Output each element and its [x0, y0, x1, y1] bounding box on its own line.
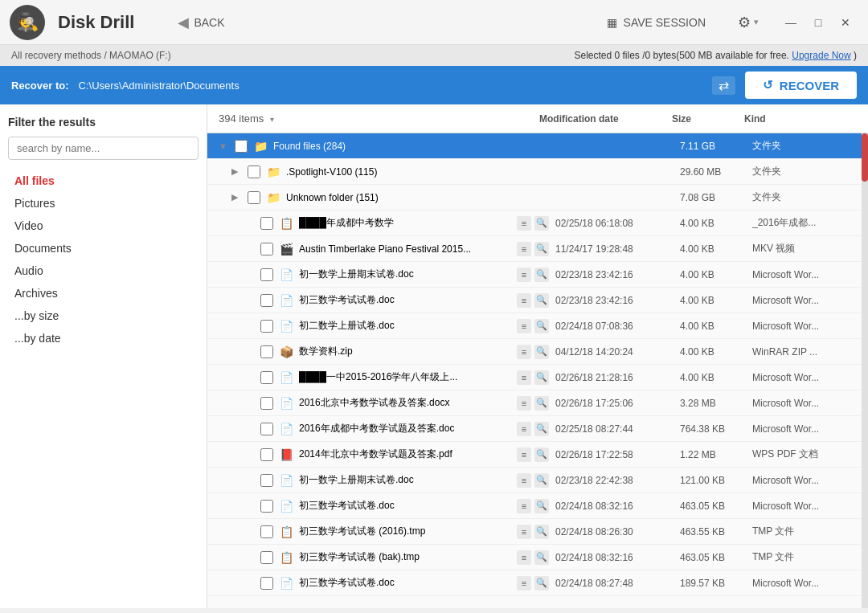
- table-row[interactable]: 📄 初一数学上册期末试卷.doc ≡ 🔍 02/23/18 23:42:16 4…: [207, 262, 868, 288]
- row-checkbox[interactable]: [235, 140, 248, 153]
- filter-title: Filter the results: [8, 116, 199, 129]
- sidebar-item-documents[interactable]: Documents: [8, 237, 199, 260]
- file-info-icon[interactable]: ≡: [517, 473, 531, 488]
- upgrade-link[interactable]: Upgrade Now: [792, 50, 850, 61]
- row-checkbox[interactable]: [260, 577, 273, 590]
- table-row[interactable]: 📄 初二数学上册试卷.doc ≡ 🔍 02/24/18 07:08:36 4.0…: [207, 313, 868, 339]
- search-input[interactable]: [8, 137, 199, 160]
- sidebar-item-by-size[interactable]: ...by size: [8, 304, 199, 327]
- sidebar-item-pictures[interactable]: Pictures: [8, 192, 199, 215]
- expand-icon[interactable]: ▼: [219, 141, 230, 151]
- file-size: 4.00 KB: [680, 269, 752, 280]
- file-search-icon[interactable]: 🔍: [534, 345, 549, 359]
- file-search-icon[interactable]: 🔍: [534, 396, 549, 411]
- row-checkbox[interactable]: [260, 345, 273, 358]
- row-checkbox[interactable]: [260, 397, 273, 410]
- file-info-icon[interactable]: ≡: [517, 396, 531, 411]
- file-info-icon[interactable]: ≡: [517, 216, 531, 231]
- row-checkbox[interactable]: [248, 166, 260, 178]
- back-button[interactable]: ◀ BACK: [166, 9, 235, 36]
- scrollbar-track[interactable]: [862, 133, 868, 608]
- file-name: 2016年成都中考数学试题及答案.doc: [299, 422, 517, 435]
- file-search-icon[interactable]: 🔍: [534, 422, 549, 436]
- file-search-icon[interactable]: 🔍: [534, 525, 549, 539]
- file-kind: TMP 文件: [752, 525, 857, 538]
- col-kind-header[interactable]: Kind: [744, 113, 857, 125]
- row-checkbox[interactable]: [248, 191, 260, 204]
- table-row[interactable]: 📦 数学资料.zip ≡ 🔍 04/12/18 14:20:24 4.00 KB…: [207, 339, 868, 365]
- table-row[interactable]: 📋 初三数学考试试卷 (bak).tmp ≡ 🔍 02/24/18 08:32:…: [207, 545, 868, 570]
- row-checkbox[interactable]: [260, 294, 273, 307]
- row-checkbox[interactable]: [260, 217, 273, 230]
- close-button[interactable]: ✕: [833, 10, 858, 35]
- row-checkbox[interactable]: [260, 320, 273, 333]
- file-info-icon[interactable]: ≡: [517, 525, 531, 539]
- table-row[interactable]: 📄 2016北京中考数学试卷及答案.docx ≡ 🔍 02/26/18 17:2…: [207, 390, 868, 416]
- table-row[interactable]: 📄 2016年成都中考数学试题及答案.doc ≡ 🔍 02/25/18 08:2…: [207, 416, 868, 442]
- row-checkbox[interactable]: [260, 423, 273, 435]
- file-search-icon[interactable]: 🔍: [534, 319, 549, 333]
- table-row[interactable]: 📋 初三数学考试试卷 (2016).tmp ≡ 🔍 02/24/18 08:26…: [207, 519, 868, 545]
- table-row[interactable]: 📋 ████年成都中考数学 ≡ 🔍 02/25/18 06:18:08 4.00…: [207, 210, 868, 236]
- expand-icon[interactable]: ▶: [231, 166, 243, 177]
- row-checkbox[interactable]: [260, 525, 273, 538]
- col-size-header[interactable]: Size: [672, 113, 744, 125]
- file-info-icon[interactable]: ≡: [517, 422, 531, 436]
- file-search-icon[interactable]: 🔍: [534, 268, 549, 282]
- file-info-icon[interactable]: ≡: [517, 447, 531, 462]
- table-row[interactable]: 📄 初三数学考试试卷.doc ≡ 🔍 02/24/18 08:27:48 189…: [207, 570, 868, 596]
- file-info-icon[interactable]: ≡: [517, 268, 531, 282]
- file-info-icon[interactable]: ≡: [517, 576, 531, 591]
- file-search-icon[interactable]: 🔍: [534, 576, 549, 591]
- expand-icon[interactable]: ▶: [231, 192, 243, 202]
- file-info-icon[interactable]: ≡: [517, 345, 531, 359]
- minimize-button[interactable]: —: [778, 10, 804, 35]
- file-search-icon[interactable]: 🔍: [534, 447, 549, 462]
- scrollbar-thumb[interactable]: [862, 133, 868, 182]
- row-checkbox[interactable]: [260, 474, 273, 487]
- file-actions: ≡ 🔍: [517, 242, 549, 256]
- sidebar-item-audio[interactable]: Audio: [8, 260, 199, 282]
- sidebar-item-all-files[interactable]: All files: [8, 170, 199, 192]
- file-search-icon[interactable]: 🔍: [534, 293, 549, 308]
- table-row[interactable]: ▶ 📁 .Spotlight-V100 (115) 29.60 MB 文件夹: [207, 159, 868, 185]
- file-size: 7.08 GB: [680, 192, 752, 203]
- file-search-icon[interactable]: 🔍: [534, 550, 549, 565]
- path-swap-button[interactable]: ⇄: [712, 76, 735, 95]
- table-row[interactable]: 📄 初三数学考试试卷.doc ≡ 🔍 02/24/18 08:32:16 463…: [207, 493, 868, 519]
- table-row[interactable]: 📄 ████一中2015-2016学年八年级上... ≡ 🔍 02/26/18 …: [207, 365, 868, 390]
- row-checkbox[interactable]: [260, 371, 273, 384]
- file-search-icon[interactable]: 🔍: [534, 216, 549, 231]
- save-session-button[interactable]: ▦ SAVE SESSION: [594, 11, 719, 34]
- file-name: 2014年北京中考数学试题及答案.pdf: [299, 447, 517, 461]
- sidebar-item-by-date[interactable]: ...by date: [8, 327, 199, 349]
- table-row[interactable]: 📕 2014年北京中考数学试题及答案.pdf ≡ 🔍 02/26/18 17:2…: [207, 442, 868, 468]
- row-checkbox[interactable]: [260, 448, 273, 461]
- col-mod-header[interactable]: Modification date: [539, 113, 672, 125]
- table-row[interactable]: 📄 初一数学上册期末试卷.doc ≡ 🔍 02/23/18 22:42:38 1…: [207, 468, 868, 493]
- file-search-icon[interactable]: 🔍: [534, 370, 549, 385]
- file-search-icon[interactable]: 🔍: [534, 499, 549, 513]
- file-info-icon[interactable]: ≡: [517, 319, 531, 333]
- settings-button[interactable]: ⚙ ▾: [731, 10, 765, 35]
- table-row[interactable]: ▼ 📁 Found files (284) 7.11 GB 文件夹: [207, 133, 868, 159]
- file-info-icon[interactable]: ≡: [517, 242, 531, 256]
- file-info-icon[interactable]: ≡: [517, 550, 531, 565]
- table-row[interactable]: ▶ 📁 Unknown folder (151) 7.08 GB 文件夹: [207, 185, 868, 210]
- table-row[interactable]: 📄 初三数学考试试卷.doc ≡ 🔍 02/23/18 23:42:16 4.0…: [207, 288, 868, 313]
- file-search-icon[interactable]: 🔍: [534, 242, 549, 256]
- recover-button[interactable]: ↺ RECOVER: [745, 72, 857, 99]
- row-checkbox[interactable]: [260, 551, 273, 564]
- maximize-button[interactable]: □: [805, 10, 831, 35]
- row-checkbox[interactable]: [260, 268, 273, 281]
- sidebar-item-archives[interactable]: Archives: [8, 282, 199, 304]
- row-checkbox[interactable]: [260, 243, 273, 255]
- file-search-icon[interactable]: 🔍: [534, 473, 549, 488]
- file-info-icon[interactable]: ≡: [517, 370, 531, 385]
- table-row[interactable]: 🎬 Austin Timberlake Piano Festival 2015.…: [207, 236, 868, 262]
- file-info-icon[interactable]: ≡: [517, 293, 531, 308]
- file-date: 02/26/18 17:25:06: [555, 398, 680, 409]
- row-checkbox[interactable]: [260, 500, 273, 513]
- file-info-icon[interactable]: ≡: [517, 499, 531, 513]
- sidebar-item-video[interactable]: Video: [8, 215, 199, 237]
